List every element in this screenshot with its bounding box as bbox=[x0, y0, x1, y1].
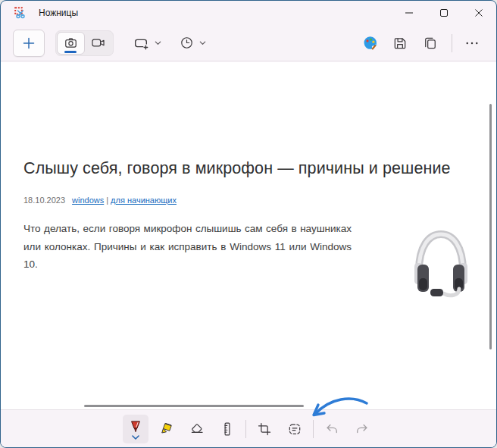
undo-icon bbox=[324, 421, 339, 437]
vertical-scrollbar[interactable] bbox=[489, 104, 492, 349]
toolbar-right-actions bbox=[352, 31, 484, 55]
minimize-button[interactable] bbox=[392, 1, 427, 25]
highlighter-button[interactable] bbox=[155, 417, 179, 441]
text-actions-button[interactable] bbox=[283, 417, 307, 441]
title-bar: Ножницы bbox=[1, 1, 496, 25]
redo-button[interactable] bbox=[350, 417, 374, 441]
video-record-mode-button[interactable] bbox=[85, 32, 113, 55]
headset-image bbox=[408, 224, 474, 299]
captured-article-meta: 18.10.2023windows|для начинающих bbox=[23, 196, 179, 205]
chevron-down-icon bbox=[198, 39, 207, 47]
ballpoint-pen-button[interactable] bbox=[123, 415, 148, 443]
save-button[interactable] bbox=[388, 31, 412, 55]
annotation-toolbar bbox=[1, 409, 496, 448]
toolbar-divider bbox=[452, 34, 452, 52]
ruler-icon bbox=[220, 421, 235, 437]
screenshot-mode-button[interactable] bbox=[57, 32, 85, 55]
minimize-icon bbox=[405, 8, 414, 17]
new-snip-button[interactable] bbox=[13, 30, 45, 57]
article-link-windows: windows bbox=[72, 196, 104, 205]
plus-icon bbox=[22, 36, 36, 50]
toolbar-divider bbox=[245, 420, 246, 438]
delay-timer-dropdown[interactable] bbox=[173, 31, 213, 55]
chevron-down-icon bbox=[154, 39, 162, 47]
horizontal-scrollbar[interactable] bbox=[84, 405, 304, 407]
link-separator: | bbox=[106, 196, 108, 205]
save-icon bbox=[392, 36, 408, 51]
pen-chevron-down-icon bbox=[132, 435, 139, 440]
snip-canvas: Слышу себя, говоря в микрофон — причины … bbox=[1, 62, 496, 410]
copy-icon bbox=[423, 36, 438, 51]
crop-icon bbox=[257, 421, 272, 437]
snipping-tool-window: Ножницы bbox=[0, 0, 497, 448]
copy-button[interactable] bbox=[418, 31, 442, 55]
see-more-button[interactable] bbox=[460, 31, 484, 55]
edit-in-paint-button[interactable] bbox=[358, 31, 382, 55]
highlighter-icon bbox=[159, 421, 174, 437]
redo-icon bbox=[355, 421, 370, 437]
rectangle-snip-icon bbox=[133, 35, 149, 52]
ellipsis-icon bbox=[464, 36, 480, 51]
window-controls bbox=[392, 1, 496, 25]
mode-switcher bbox=[55, 30, 114, 56]
maximize-button[interactable] bbox=[427, 1, 461, 25]
eraser-icon bbox=[189, 421, 205, 437]
maximize-icon bbox=[439, 8, 449, 17]
ruler-button[interactable] bbox=[215, 417, 239, 441]
undo-button[interactable] bbox=[320, 417, 344, 441]
selected-mode-indicator bbox=[64, 51, 77, 53]
video-camera-icon bbox=[91, 36, 105, 50]
snip-shape-dropdown[interactable] bbox=[127, 31, 168, 55]
close-button[interactable] bbox=[461, 1, 496, 25]
top-toolbar bbox=[1, 25, 496, 61]
article-link-beginners: для начинающих bbox=[111, 196, 177, 205]
camera-icon bbox=[64, 36, 78, 50]
toolbar-divider bbox=[313, 420, 314, 438]
captured-article-title: Слышу себя, говоря в микрофон — причины … bbox=[23, 159, 463, 178]
clock-icon bbox=[180, 36, 194, 50]
paint-palette-icon bbox=[362, 35, 378, 51]
close-icon bbox=[474, 8, 483, 17]
snipping-tool-app-icon bbox=[14, 7, 27, 20]
article-date: 18.10.2023 bbox=[23, 196, 65, 205]
ballpoint-pen-icon bbox=[128, 419, 143, 434]
eraser-button[interactable] bbox=[185, 417, 209, 441]
text-actions-icon bbox=[287, 421, 302, 437]
crop-button[interactable] bbox=[252, 417, 277, 441]
window-title: Ножницы bbox=[39, 8, 78, 18]
captured-article-body: Что делать, если говоря микрофон слышишь… bbox=[23, 220, 352, 274]
